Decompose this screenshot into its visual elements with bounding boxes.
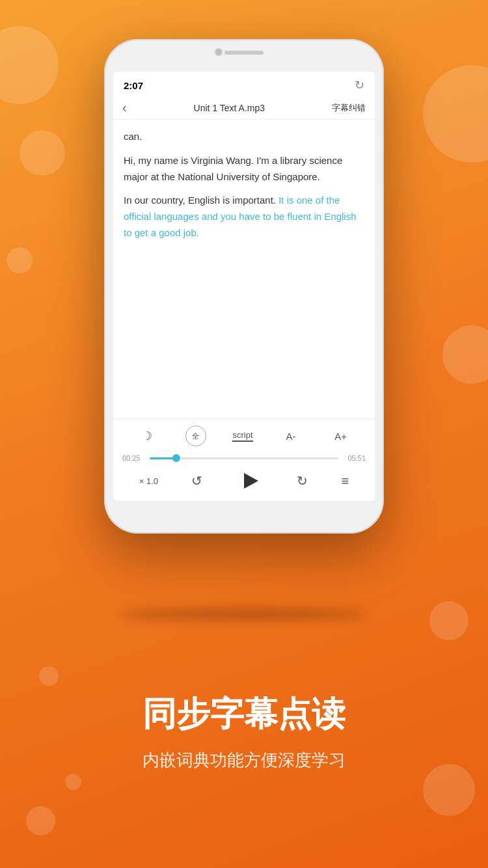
refresh-icon: ↻: [355, 78, 364, 92]
progress-thumb: [172, 454, 180, 462]
text-paragraph2: In our country, English is important. It…: [124, 193, 364, 241]
phone-speaker: [224, 51, 264, 55]
subtitle-correction-button[interactable]: 字幕纠错: [332, 102, 366, 114]
nav-title: Unit 1 Text A.mp3: [194, 103, 265, 113]
current-time: 00:25: [122, 454, 144, 462]
main-title: 同步字幕点读: [142, 692, 346, 737]
bottom-section: 同步字幕点读 内嵌词典功能方便深度学习: [0, 595, 488, 868]
sub-title: 内嵌词典功能方便深度学习: [142, 749, 346, 772]
font-minus-button[interactable]: A-: [279, 424, 303, 448]
player-icons-row: ☽ 全 script A- A+: [122, 424, 366, 448]
progress-track[interactable]: [150, 457, 338, 459]
script-button[interactable]: script: [232, 430, 252, 442]
speed-button[interactable]: × 1.0: [139, 476, 158, 486]
status-bar: 2:07 ↻: [113, 72, 375, 96]
forward-button[interactable]: ↻: [297, 473, 308, 489]
text-can: can.: [124, 129, 364, 145]
rewind-button[interactable]: ↺: [191, 473, 202, 489]
total-time: 05:51: [344, 454, 366, 462]
text-paragraph1: Hi, my name is Virginia Wang. I'm a libr…: [124, 153, 364, 185]
full-text-button[interactable]: 全: [185, 426, 206, 446]
bottom-controls: × 1.0 ↺ ↻ ≡: [122, 467, 366, 495]
progress-bar-row: 00:25 05:51: [122, 454, 366, 462]
night-mode-button[interactable]: ☽: [135, 424, 159, 448]
play-button[interactable]: [236, 467, 264, 495]
back-button[interactable]: ‹: [122, 100, 127, 115]
play-triangle-icon: [244, 473, 258, 489]
content-area: can. Hi, my name is Virginia Wang. I'm a…: [113, 120, 375, 418]
phone-camera: [215, 48, 223, 56]
status-time: 2:07: [124, 80, 143, 91]
playlist-button[interactable]: ≡: [342, 474, 349, 489]
phone-screen: 2:07 ↻ ‹ Unit 1 Text A.mp3 字幕纠错 can. Hi,…: [113, 72, 375, 501]
text-paragraph2-normal: In our country, English is important.: [124, 195, 276, 206]
font-plus-button[interactable]: A+: [329, 424, 353, 448]
nav-bar: ‹ Unit 1 Text A.mp3 字幕纠错: [113, 96, 375, 120]
phone-mockup: 2:07 ↻ ‹ Unit 1 Text A.mp3 字幕纠错 can. Hi,…: [104, 39, 384, 534]
player-area: ☽ 全 script A- A+: [113, 418, 375, 501]
